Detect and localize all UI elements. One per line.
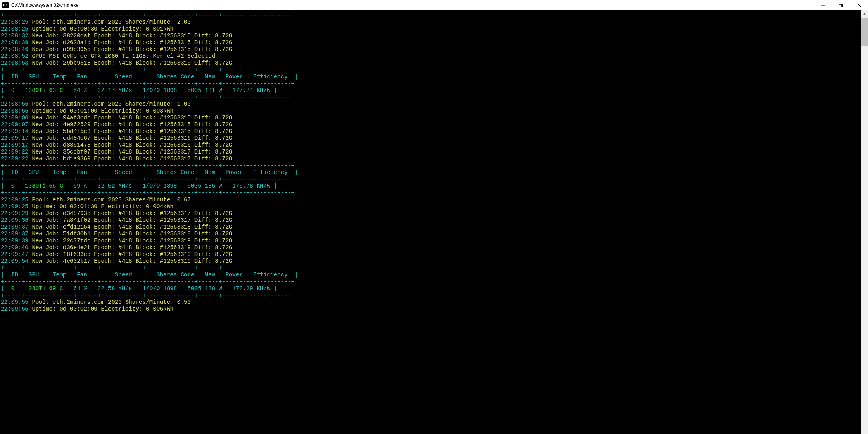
job-line: 22:09:07 New Job: 4e962529 Epoch: #418 B… bbox=[1, 121, 861, 128]
gpu-row: | 0 1080Ti 69 C 64 % 32.58 MH/s 1/0/0 18… bbox=[1, 285, 861, 292]
table-header: | ID GPU Temp Fan Speed Shares Core Mem … bbox=[1, 74, 861, 80]
job-line: 22:08:39 New Job: d2628a1d Epoch: #418 B… bbox=[1, 39, 861, 46]
pool-line: 22:08:25 Pool: eth.2miners.com:2020 Shar… bbox=[1, 19, 861, 26]
table-border: +-----+-------+------+------+-----------… bbox=[1, 12, 861, 19]
job-line: 22:09:22 New Job: bd1a9369 Epoch: #418 B… bbox=[1, 156, 861, 162]
job-line: 22:08:46 New Job: a99c395b Epoch: #418 B… bbox=[1, 46, 861, 53]
table-border: +-----+-------+------+------+-----------… bbox=[1, 162, 861, 169]
job-line: 22:09:00 New Job: 94af3cdc Epoch: #418 B… bbox=[1, 115, 861, 121]
scroll-up-arrow[interactable]: ▲ bbox=[861, 10, 868, 18]
table-border: +-----+-------+------+------+-----------… bbox=[1, 265, 861, 272]
uptime-line: 22:09:25 Uptime: 0d 00:01:30 Electricity… bbox=[1, 203, 861, 210]
job-line: 22:09:40 New Job: d36e4e2f Epoch: #418 B… bbox=[1, 244, 861, 251]
table-border: +-----+-------+------+------+-----------… bbox=[1, 292, 861, 299]
uptime-line: 22:09:55 Uptime: 0d 00:02:00 Electricity… bbox=[1, 306, 861, 313]
job-line: 22:08:32 New Job: 38220caf Epoch: #418 B… bbox=[1, 33, 861, 39]
job-line: 22:09:37 New Job: efd12164 Epoch: #418 B… bbox=[1, 224, 861, 231]
table-header: | ID GPU Temp Fan Speed Shares Core Mem … bbox=[1, 272, 861, 278]
scroll-thumb[interactable] bbox=[861, 18, 868, 46]
close-button[interactable] bbox=[850, 0, 868, 10]
gpu-row: | 0 1080Ti 63 C 54 % 32.17 MH/s 1/0/0 18… bbox=[1, 87, 861, 94]
scrollbar[interactable]: ▲ bbox=[861, 10, 868, 434]
uptime-line: 22:08:25 Uptime: 0d 00:00:30 Electricity… bbox=[1, 26, 861, 33]
window-titlebar[interactable]: C:\. C:\Windows\system32\cmd.exe bbox=[0, 0, 868, 10]
minimize-button[interactable] bbox=[814, 0, 832, 10]
pool-line: 22:09:55 Pool: eth.2miners.com:2020 Shar… bbox=[1, 299, 861, 306]
job-line: 22:09:47 New Job: 18f633ed Epoch: #418 B… bbox=[1, 251, 861, 258]
job-line: 22:09:17 New Job: cd484e67 Epoch: #418 B… bbox=[1, 135, 861, 142]
job-line: 22:09:29 New Job: d348793c Epoch: #418 B… bbox=[1, 210, 861, 217]
gpu-row: | 0 1080Ti 66 C 59 % 32.52 MH/s 1/0/0 18… bbox=[1, 183, 861, 190]
job-line: 22:09:36 New Job: 7a841f02 Epoch: #418 B… bbox=[1, 217, 861, 224]
table-border: +-----+-------+------+------+-----------… bbox=[1, 190, 861, 197]
job-line: 22:09:22 New Job: 35ccbf97 Epoch: #418 B… bbox=[1, 149, 861, 156]
pool-line: 22:08:55 Pool: eth.2miners.com:2020 Shar… bbox=[1, 101, 861, 108]
job-line: 22:09:39 New Job: 22c77fdc Epoch: #418 B… bbox=[1, 237, 861, 244]
svg-rect-2 bbox=[839, 4, 842, 7]
table-border: +-----+-------+------+------+-----------… bbox=[1, 278, 861, 285]
table-border: +-----+-------+------+------+-----------… bbox=[1, 94, 861, 101]
cmd-icon: C:\. bbox=[2, 2, 9, 8]
terminal-output[interactable]: +-----+-------+------+------+-----------… bbox=[0, 10, 861, 434]
job-line: 22:08:53 New Job: 29bb9518 Epoch: #418 B… bbox=[1, 60, 861, 67]
uptime-line: 22:08:55 Uptime: 0d 00:01:00 Electricity… bbox=[1, 108, 861, 115]
job-line: 22:09:54 New Job: 4e632b17 Epoch: #418 B… bbox=[1, 258, 861, 265]
window-title: C:\Windows\system32\cmd.exe bbox=[11, 2, 78, 8]
pool-line: 22:09:25 Pool: eth.2miners.com:2020 Shar… bbox=[1, 197, 861, 203]
maximize-button[interactable] bbox=[832, 0, 850, 10]
job-line: 22:09:17 New Job: d8851478 Epoch: #418 B… bbox=[1, 142, 861, 149]
job-line: 22:09:37 New Job: 51df30b1 Epoch: #418 B… bbox=[1, 231, 861, 237]
job-line: 22:08:52 GPU0 MSI GeForce GTX 1080 Ti 11… bbox=[1, 53, 861, 60]
table-border: +-----+-------+------+------+-----------… bbox=[1, 80, 861, 87]
table-header: | ID GPU Temp Fan Speed Shares Core Mem … bbox=[1, 169, 861, 176]
table-border: +-----+-------+------+------+-----------… bbox=[1, 176, 861, 183]
table-border: +-----+-------+------+------+-----------… bbox=[1, 67, 861, 74]
job-line: 22:09:14 New Job: 5bd4f5c3 Epoch: #418 B… bbox=[1, 128, 861, 135]
